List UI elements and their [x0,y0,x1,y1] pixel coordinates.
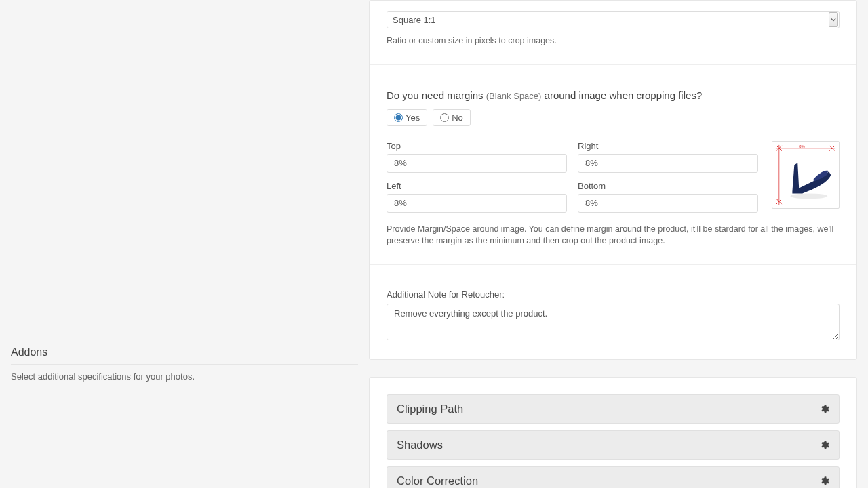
retoucher-note-label: Additional Note for Retoucher: [387,289,840,300]
addon-shadows[interactable]: Shadows [387,430,840,460]
svg-text:8%: 8% [799,144,805,148]
crop-ratio-help: Ratio or custom size in pixels to crop i… [387,35,840,47]
addons-heading: Addons [11,346,358,365]
svg-point-3 [790,193,827,199]
margin-preview-image: 8% [772,141,840,209]
margin-left-label: Left [387,181,567,191]
addon-clipping-path[interactable]: Clipping Path [387,394,840,424]
gear-icon [819,404,829,414]
margin-bottom-label: Bottom [578,181,758,191]
margins-yes-radio[interactable]: Yes [387,109,427,126]
margin-top-label: Top [387,141,567,151]
crop-ratio-select[interactable]: Square 1:1 [387,11,840,28]
margin-right-input[interactable] [578,154,758,173]
retoucher-note-textarea[interactable] [387,304,840,340]
margins-no-radio[interactable]: No [433,109,471,126]
margins-yes-input[interactable] [394,113,403,122]
margin-left-input[interactable] [387,194,567,213]
margin-top-input[interactable] [387,154,567,173]
addon-color-correction[interactable]: Color Correction [387,466,840,489]
gear-icon [819,476,829,486]
crop-ratio-select-wrap[interactable]: Square 1:1 [387,11,840,28]
margins-question: Do you need margins (Blank Space) around… [387,89,840,101]
margin-bottom-input[interactable] [578,194,758,213]
gear-icon [819,440,829,450]
margins-no-input[interactable] [440,113,449,122]
addons-subtitle: Select additional specifications for you… [11,371,358,382]
margin-right-label: Right [578,141,758,151]
margins-help: Provide Margin/Space around image. You c… [387,224,840,247]
